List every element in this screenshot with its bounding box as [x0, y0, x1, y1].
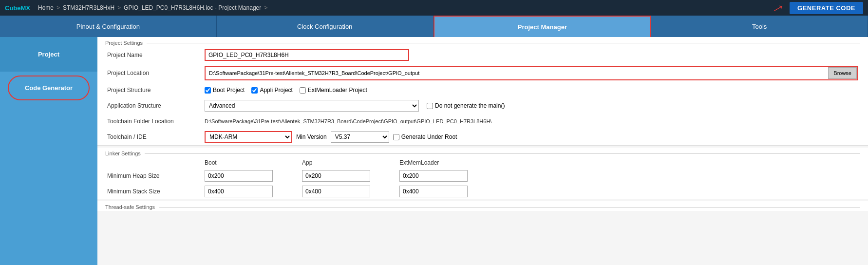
- browse-button[interactable]: Browse: [828, 67, 857, 79]
- linker-col-extmem-header: ExtMemLoader: [399, 159, 497, 166]
- min-version-label: Min Version: [296, 133, 327, 140]
- generate-under-root-label: Generate Under Root: [401, 133, 457, 140]
- boot-project-label: Boot Project: [213, 87, 245, 94]
- generate-under-root-checkbox[interactable]: [393, 134, 399, 140]
- breadcrumb-home[interactable]: Home: [38, 4, 54, 11]
- linker-col-boot-header: Boot: [205, 159, 302, 166]
- toolchain-ide-select[interactable]: MDK-ARM STM32CubeIDE Makefile: [205, 131, 292, 143]
- appli-project-checkbox[interactable]: [251, 87, 258, 94]
- tab-bar: Pinout & Configuration Clock Configurati…: [0, 16, 868, 37]
- application-structure-select[interactable]: Advanced Basic: [205, 100, 419, 112]
- toolchain-ide-row: Toolchain / IDE MDK-ARM STM32CubeIDE Mak…: [97, 129, 868, 145]
- breadcrumb: Home > STM32H7R3L8HxH > GPIO_LED_PC0_H7R…: [38, 4, 270, 11]
- project-location-input[interactable]: [206, 68, 828, 78]
- min-heap-extmem-input[interactable]: [399, 170, 468, 182]
- min-stack-extmem-input[interactable]: [399, 186, 468, 197]
- project-settings-title: Project Settings: [105, 40, 147, 46]
- tab-project-manager[interactable]: Project Manager: [434, 16, 652, 37]
- min-heap-label: Minimum Heap Size: [107, 172, 205, 179]
- linker-col-app-header: App: [302, 159, 399, 166]
- generate-code-button[interactable]: GENERATE CODE: [790, 2, 863, 14]
- appli-project-checkbox-item[interactable]: Appli Project: [251, 87, 292, 94]
- tab-pinout[interactable]: Pinout & Configuration: [0, 16, 217, 37]
- min-stack-row: Minimum Stack Size: [97, 184, 868, 199]
- toolchain-ide-label: Toolchain / IDE: [107, 133, 205, 140]
- min-heap-app-input[interactable]: [302, 170, 370, 182]
- tab-tools[interactable]: Tools: [651, 16, 868, 37]
- project-name-row: Project Name: [97, 47, 868, 63]
- linker-header-row: Boot App ExtMemLoader: [97, 157, 868, 168]
- do-not-generate-item[interactable]: Do not generate the main(): [427, 102, 505, 109]
- boot-project-checkbox[interactable]: [205, 87, 211, 94]
- extmemloader-project-checkbox[interactable]: [300, 87, 306, 94]
- breadcrumb-file[interactable]: GPIO_LED_PC0_H7R3L8H6H.ioc - Project Man…: [124, 4, 261, 11]
- project-location-label: Project Location: [107, 70, 205, 76]
- min-stack-app-input[interactable]: [302, 186, 370, 197]
- logo: CubeMX: [5, 4, 30, 12]
- content-area: Project Settings Project Name Project Lo…: [97, 37, 868, 265]
- min-version-row: Min Version V5.37 V5.36 V5.35 Generate U…: [296, 131, 457, 143]
- sidebar-item-code-generator[interactable]: Code Generator: [8, 76, 90, 100]
- project-settings-section: Project Settings Project Name Project Lo…: [97, 37, 868, 146]
- application-structure-label: Application Structure: [107, 102, 205, 109]
- min-stack-boot-input[interactable]: [205, 186, 273, 197]
- min-heap-boot-input[interactable]: [205, 170, 273, 182]
- do-not-generate-label: Do not generate the main(): [435, 102, 505, 109]
- boot-project-checkbox-item[interactable]: Boot Project: [205, 87, 245, 94]
- arrow-indicator: →: [767, 0, 789, 19]
- breadcrumb-device[interactable]: STM32H7R3L8HxH: [63, 4, 114, 11]
- project-structure-row: Project Structure Boot Project Appli Pro…: [97, 83, 868, 97]
- thread-safe-settings-section: Thread-safe Settings: [97, 201, 868, 211]
- application-structure-row: Application Structure Advanced Basic Do …: [97, 97, 868, 114]
- sidebar-item-project[interactable]: Project: [0, 37, 97, 72]
- linker-settings-title: Linker Settings: [105, 151, 145, 156]
- project-name-label: Project Name: [107, 52, 205, 58]
- project-structure-label: Project Structure: [107, 87, 205, 94]
- toolchain-folder-label: Toolchain Folder Location: [107, 118, 205, 125]
- min-stack-label: Minimum Stack Size: [107, 188, 205, 195]
- linker-settings-section: Linker Settings Boot App ExtMemLoader Mi…: [97, 148, 868, 199]
- generate-under-root-item[interactable]: Generate Under Root: [393, 133, 457, 140]
- extmemloader-project-label: ExtMemLoader Project: [308, 87, 367, 94]
- appli-project-label: Appli Project: [260, 87, 292, 94]
- top-bar: CubeMX Home > STM32H7R3L8HxH > GPIO_LED_…: [0, 0, 868, 16]
- project-name-input[interactable]: [205, 49, 409, 61]
- toolchain-folder-value: D:\SoftwarePackage\31Pre-test\Alientek_S…: [205, 118, 491, 124]
- min-version-select[interactable]: V5.37 V5.36 V5.35: [331, 131, 389, 143]
- tab-clock[interactable]: Clock Configuration: [217, 16, 434, 37]
- thread-safe-settings-title: Thread-safe Settings: [105, 204, 159, 210]
- sidebar: Project Code Generator: [0, 37, 97, 265]
- main-layout: Project Code Generator Project Settings …: [0, 37, 868, 265]
- linker-col-empty: [107, 159, 205, 166]
- project-location-row: Project Location Browse: [97, 63, 868, 83]
- toolchain-folder-row: Toolchain Folder Location D:\SoftwarePac…: [97, 114, 868, 129]
- min-heap-row: Minimum Heap Size: [97, 168, 868, 184]
- extmemloader-project-checkbox-item[interactable]: ExtMemLoader Project: [300, 87, 367, 94]
- do-not-generate-checkbox[interactable]: [427, 103, 433, 109]
